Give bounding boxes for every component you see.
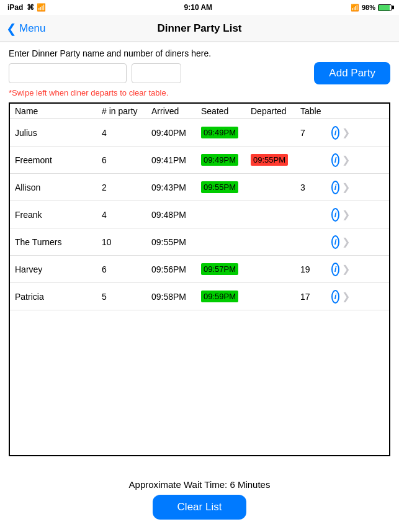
cell-table: 3 xyxy=(300,183,331,192)
cell-actions[interactable]: i ❯ xyxy=(331,235,350,249)
cell-name: Freemont xyxy=(15,155,102,165)
cell-actions[interactable]: i ❯ xyxy=(331,290,350,304)
col-header-actions xyxy=(331,106,350,116)
seated-badge: 09:55PM xyxy=(201,181,238,193)
input-label: Enter Dinner Party name and number of di… xyxy=(9,48,390,58)
col-header-seated: Seated xyxy=(201,106,251,116)
cell-party: 10 xyxy=(102,237,151,247)
table-row[interactable]: Patricia 5 09:58PM 09:59PM 17 i ❯ xyxy=(10,283,389,310)
info-button[interactable]: i xyxy=(331,263,339,276)
cell-table: 17 xyxy=(300,292,331,302)
cell-arrived: 09:55PM xyxy=(151,237,201,247)
chevron-right-icon: ❯ xyxy=(342,154,350,166)
departed-badge: 09:55PM xyxy=(251,154,288,166)
input-row: Add Party xyxy=(9,62,390,84)
info-button[interactable]: i xyxy=(331,181,339,194)
cell-party: 6 xyxy=(102,264,151,274)
info-button[interactable]: i xyxy=(331,235,339,249)
page-title: Dinner Party List xyxy=(157,22,241,35)
cell-arrived: 09:43PM xyxy=(151,183,201,192)
col-header-table: Table xyxy=(300,106,331,116)
cell-seated: 09:57PM xyxy=(201,263,251,275)
add-party-button[interactable]: Add Party xyxy=(314,62,390,84)
chevron-right-icon: ❯ xyxy=(342,291,350,302)
back-label: Menu xyxy=(19,22,46,35)
wifi-icon: ⌘ 📶 xyxy=(27,3,45,12)
cell-actions[interactable]: i ❯ xyxy=(331,263,350,276)
cell-name: Julius xyxy=(15,128,102,138)
chevron-left-icon: ❮ xyxy=(6,21,17,36)
back-button[interactable]: ❮ Menu xyxy=(6,21,46,36)
table-row[interactable]: Freank 4 09:48PM i ❯ xyxy=(10,201,389,228)
clear-list-button[interactable]: Clear List xyxy=(153,495,247,520)
cell-actions[interactable]: i ❯ xyxy=(331,126,350,140)
cell-name: Harvey xyxy=(15,264,102,274)
cell-party: 5 xyxy=(102,292,151,302)
cell-seated: 09:49PM xyxy=(201,127,251,138)
table-row[interactable]: Harvey 6 09:56PM 09:57PM 19 i ❯ xyxy=(10,256,389,283)
cell-arrived: 09:58PM xyxy=(151,292,201,302)
chevron-right-icon: ❯ xyxy=(342,236,350,248)
swipe-hint: *Swipe left when diner departs to clear … xyxy=(9,88,390,97)
col-header-name: Name xyxy=(15,106,102,116)
cell-actions[interactable]: i ❯ xyxy=(331,181,350,194)
info-button[interactable]: i xyxy=(331,290,339,304)
cell-seated: 09:59PM xyxy=(201,291,251,302)
content-area: Enter Dinner Party name and number of di… xyxy=(0,42,399,469)
chevron-right-icon: ❯ xyxy=(342,263,350,275)
table-body: Julius 4 09:40PM 09:49PM 7 i ❯ Freemont … xyxy=(10,119,389,310)
cell-arrived: 09:56PM xyxy=(151,264,201,274)
chevron-right-icon: ❯ xyxy=(342,127,350,138)
bluetooth-icon: 📶 xyxy=(351,4,359,12)
device-label: iPad xyxy=(7,3,23,12)
col-header-departed: Departed xyxy=(251,106,300,116)
footer: Approximate Wait Time: 6 Minutes Clear L… xyxy=(0,479,399,520)
seated-badge: 09:49PM xyxy=(201,154,238,166)
nav-bar: ❮ Menu Dinner Party List xyxy=(0,15,399,42)
chevron-right-icon: ❯ xyxy=(342,209,350,220)
dinner-party-table: Name # in party Arrived Seated Departed … xyxy=(9,102,390,456)
table-row[interactable]: Julius 4 09:40PM 09:49PM 7 i ❯ xyxy=(10,119,389,147)
chevron-right-icon: ❯ xyxy=(342,181,350,193)
cell-party: 2 xyxy=(102,183,151,192)
input-section: Enter Dinner Party name and number of di… xyxy=(9,48,390,97)
cell-party: 4 xyxy=(102,210,151,220)
cell-seated: 09:49PM xyxy=(201,154,251,166)
cell-departed: 09:55PM xyxy=(251,154,300,166)
cell-arrived: 09:48PM xyxy=(151,210,201,220)
cell-name: The Turners xyxy=(15,237,102,247)
cell-arrived: 09:41PM xyxy=(151,155,201,165)
wait-time-label: Approximate Wait Time: 6 Minutes xyxy=(129,479,271,490)
cell-party: 4 xyxy=(102,128,151,138)
status-bar: iPad ⌘ 📶 9:10 AM 📶 98% xyxy=(0,0,399,15)
battery-percentage: 98% xyxy=(362,4,375,11)
seated-badge: 09:49PM xyxy=(201,127,238,138)
cell-seated: 09:55PM xyxy=(201,181,251,193)
table-row[interactable]: The Turners 10 09:55PM i ❯ xyxy=(10,228,389,256)
number-input[interactable] xyxy=(132,63,181,83)
cell-name: Patricia xyxy=(15,292,102,302)
cell-name: Freank xyxy=(15,210,102,220)
table-row[interactable]: Freemont 6 09:41PM 09:49PM 09:55PM i ❯ xyxy=(10,147,389,174)
cell-table: 7 xyxy=(300,128,331,138)
seated-badge: 09:59PM xyxy=(201,291,238,302)
table-header-row: Name # in party Arrived Seated Departed … xyxy=(10,104,389,119)
cell-table: 19 xyxy=(300,264,331,274)
col-header-arrived: Arrived xyxy=(151,106,201,116)
cell-actions[interactable]: i ❯ xyxy=(331,208,350,222)
name-input[interactable] xyxy=(9,63,127,83)
battery-icon xyxy=(378,4,392,11)
table-row[interactable]: Allison 2 09:43PM 09:55PM 3 i ❯ xyxy=(10,174,389,201)
cell-name: Allison xyxy=(15,183,102,192)
info-button[interactable]: i xyxy=(331,153,339,167)
cell-party: 6 xyxy=(102,155,151,165)
info-button[interactable]: i xyxy=(331,126,339,140)
info-button[interactable]: i xyxy=(331,208,339,222)
col-header-party: # in party xyxy=(102,106,151,116)
status-time: 9:10 AM xyxy=(184,3,213,12)
seated-badge: 09:57PM xyxy=(201,263,238,275)
cell-arrived: 09:40PM xyxy=(151,128,201,138)
cell-actions[interactable]: i ❯ xyxy=(331,153,350,167)
